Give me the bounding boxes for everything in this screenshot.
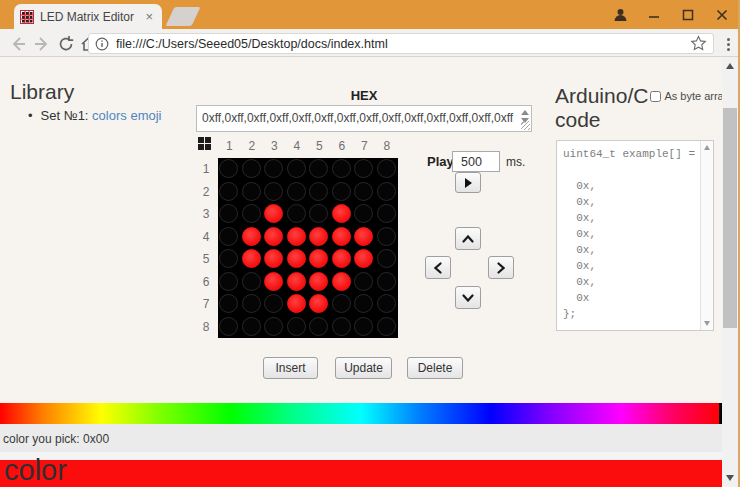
update-button[interactable]: Update [335,357,392,379]
led-cell-lit[interactable] [264,249,283,268]
interval-input[interactable] [452,151,500,172]
led-cell[interactable] [377,317,396,336]
profile-icon[interactable] [604,0,636,29]
shift-right-button[interactable] [488,256,514,279]
browser-menu-icon[interactable] [722,35,734,53]
maximize-button[interactable] [672,0,704,29]
led-cell[interactable] [354,159,373,178]
code-scrollbar[interactable] [700,141,713,330]
led-cell[interactable] [219,204,238,223]
led-cell[interactable] [264,159,283,178]
resize-grip-icon[interactable] [521,121,530,130]
led-cell[interactable] [287,204,306,223]
close-button[interactable] [706,0,738,29]
led-cell-lit[interactable] [287,249,306,268]
led-cell-lit[interactable] [264,204,283,223]
led-cell[interactable] [354,182,373,201]
shift-up-button[interactable] [455,227,481,250]
led-cell[interactable] [287,182,306,201]
led-cell[interactable] [354,317,373,336]
led-cell[interactable] [242,204,261,223]
led-cell[interactable] [309,204,328,223]
led-cell[interactable] [264,317,283,336]
led-cell-lit[interactable] [309,294,328,313]
led-cell[interactable] [354,204,373,223]
led-cell-lit[interactable] [332,227,351,246]
rainbow-color-slider[interactable] [0,403,722,424]
led-cell-lit[interactable] [264,272,283,291]
led-cell[interactable] [377,159,396,178]
page-info-icon[interactable] [95,37,109,51]
page-scrollbar[interactable] [722,57,738,487]
led-cell-lit[interactable] [242,249,261,268]
led-cell-lit[interactable] [264,227,283,246]
led-cell[interactable] [287,317,306,336]
forward-icon[interactable] [32,34,52,54]
new-tab-button[interactable] [166,7,201,26]
led-cell-lit[interactable] [354,249,373,268]
led-cell[interactable] [219,227,238,246]
led-cell[interactable] [354,272,373,291]
led-matrix[interactable] [218,158,398,338]
scrollbar-down-icon[interactable] [726,475,734,481]
led-cell[interactable] [242,317,261,336]
scrollbar-thumb[interactable] [723,108,737,328]
hex-textarea[interactable]: 0xff,0xff,0xff,0xff,0xff,0xff,0xff,0xff,… [196,105,532,132]
led-cell[interactable] [219,182,238,201]
led-cell[interactable] [309,159,328,178]
led-cell[interactable] [309,182,328,201]
led-cell[interactable] [287,159,306,178]
led-cell[interactable] [219,272,238,291]
back-icon[interactable] [8,34,28,54]
led-cell[interactable] [332,317,351,336]
play-button[interactable] [455,172,481,193]
bookmark-star-icon[interactable] [690,35,707,52]
led-cell[interactable] [377,182,396,201]
led-cell[interactable] [264,294,283,313]
led-cell[interactable] [219,159,238,178]
led-cell[interactable] [377,227,396,246]
shift-down-button[interactable] [455,286,481,309]
led-cell[interactable] [377,249,396,268]
address-bar[interactable]: file:///C:/Users/Seeed05/Desktop/docs/in… [88,33,714,54]
led-cell-lit[interactable] [242,227,261,246]
led-cell-lit[interactable] [309,227,328,246]
led-cell[interactable] [264,182,283,201]
byte-arrays-checkbox[interactable] [650,91,661,102]
reload-icon[interactable] [56,34,76,54]
led-cell[interactable] [332,159,351,178]
arduino-code-textarea[interactable]: uint64_t example[] = { 0x, 0x, 0x, 0x, 0… [556,140,714,331]
scrollbar-up-icon[interactable] [726,63,734,69]
led-cell-lit[interactable] [332,272,351,291]
led-cell[interactable] [242,159,261,178]
matrix-corner-icon[interactable] [198,137,211,150]
led-cell[interactable] [309,317,328,336]
led-cell-lit[interactable] [332,204,351,223]
led-cell[interactable] [377,204,396,223]
led-cell[interactable] [354,294,373,313]
led-cell[interactable] [242,182,261,201]
led-cell[interactable] [219,294,238,313]
spinner-up-icon[interactable] [521,110,529,115]
led-cell[interactable] [377,272,396,291]
led-cell-lit[interactable] [309,272,328,291]
led-cell[interactable] [242,272,261,291]
led-cell[interactable] [332,294,351,313]
delete-button[interactable]: Delete [407,357,463,379]
scroll-up-icon[interactable] [704,145,710,150]
scroll-down-icon[interactable] [704,321,710,326]
led-cell-lit[interactable] [287,272,306,291]
led-cell-lit[interactable] [309,249,328,268]
set-link[interactable]: colors emoji [92,108,161,123]
led-cell[interactable] [377,294,396,313]
led-cell-lit[interactable] [287,294,306,313]
shift-left-button[interactable] [425,256,451,279]
tab-close-icon[interactable]: × [142,9,156,24]
insert-button[interactable]: Insert [263,357,318,379]
led-cell[interactable] [332,182,351,201]
led-cell[interactable] [219,249,238,268]
led-cell-lit[interactable] [332,249,351,268]
led-cell[interactable] [242,294,261,313]
led-cell-lit[interactable] [287,227,306,246]
led-cell[interactable] [219,317,238,336]
